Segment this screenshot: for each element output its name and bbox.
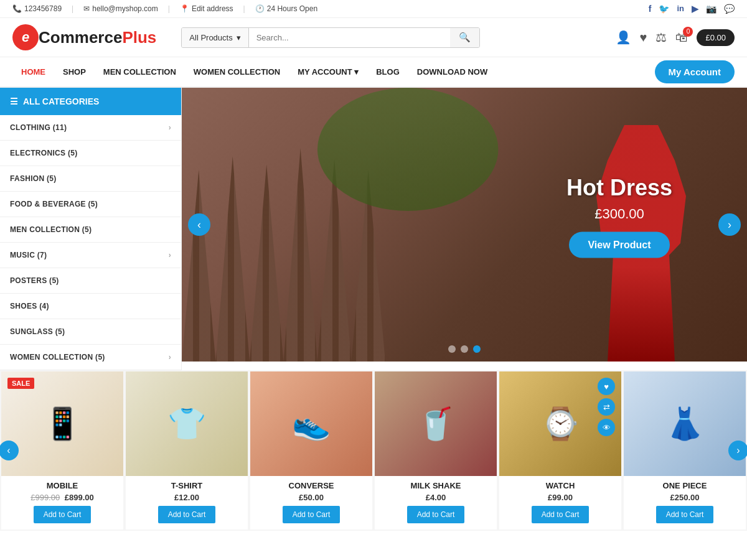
product-name-milkshake: MILK SHAKE bbox=[377, 481, 494, 490]
nav-my-account[interactable]: MY ACCOUNT ▾ bbox=[289, 57, 367, 86]
nav-home[interactable]: HOME bbox=[12, 57, 54, 86]
new-price-mobile: £899.00 bbox=[65, 493, 94, 502]
product-image-onepiece: 👗 bbox=[624, 371, 746, 476]
sidebar-title: ALL CATEGORIES bbox=[23, 96, 99, 106]
price-onepiece: £250.00 bbox=[670, 493, 700, 502]
phone-number: 123456789 bbox=[24, 4, 62, 13]
main-content: ☰ ALL CATEGORIES CLOTHING (11) › ELECTRO… bbox=[0, 88, 747, 370]
sidebar-category-women[interactable]: WOMEN COLLECTION (5) › bbox=[0, 345, 181, 370]
sidebar-category-clothing[interactable]: CLOTHING (11) › bbox=[0, 115, 181, 141]
category-label: All Products bbox=[189, 33, 232, 42]
category-men-label: MEN COLLECTION (5) bbox=[10, 225, 92, 234]
logo-icon: e bbox=[12, 24, 39, 50]
address-info[interactable]: 📍 Edit address bbox=[180, 4, 233, 13]
hero-dot-3[interactable] bbox=[473, 345, 481, 353]
category-food-label: FOOD & BEVERAGE (5) bbox=[10, 200, 98, 208]
cart-total-label: £0.00 bbox=[705, 33, 726, 42]
product-card-tshirt: 👕 T-SHIRT £12.00 Add to Cart bbox=[126, 371, 248, 530]
add-to-cart-converse[interactable]: Add to Cart bbox=[283, 506, 341, 523]
nav-download-now[interactable]: DOWNLOAD NOW bbox=[408, 57, 496, 86]
whatsapp-link[interactable]: 💬 bbox=[724, 4, 735, 14]
sidebar-category-electronics[interactable]: ELECTRONICS (5) bbox=[0, 141, 181, 166]
email-address: hello@myshop.com bbox=[92, 4, 158, 13]
site-logo[interactable]: e Commerce Plus bbox=[12, 24, 156, 50]
product-image-milkshake: 🥤 bbox=[375, 371, 497, 476]
twitter-link[interactable]: 🐦 bbox=[659, 4, 669, 14]
compare-icon[interactable]: ⚖ bbox=[655, 30, 667, 45]
sidebar-category-music[interactable]: MUSIC (7) › bbox=[0, 243, 181, 268]
hero-next-button[interactable]: › bbox=[718, 213, 741, 236]
my-account-button[interactable]: My Account bbox=[655, 60, 735, 83]
old-price-mobile: £999.00 bbox=[31, 493, 60, 502]
add-to-cart-watch[interactable]: Add to Cart bbox=[532, 506, 590, 523]
header-icons: 👤 ♥ ⚖ 🛍 0 £0.00 bbox=[616, 29, 735, 46]
add-to-cart-onepiece[interactable]: Add to Cart bbox=[656, 506, 714, 523]
nav-shop[interactable]: SHOP bbox=[54, 57, 95, 86]
search-bar: All Products ▾ 🔍 bbox=[181, 27, 480, 48]
sidebar-category-sunglass[interactable]: SUNGLASS (5) bbox=[0, 319, 181, 345]
compare-btn-watch[interactable]: ⇄ bbox=[598, 398, 615, 416]
product-name-tshirt: T-SHIRT bbox=[128, 481, 245, 490]
nav-women-collection[interactable]: WOMEN COLLECTION bbox=[185, 57, 289, 86]
view-btn-watch[interactable]: 👁 bbox=[598, 419, 615, 436]
wishlist-icon[interactable]: ♥ bbox=[640, 30, 647, 45]
search-category-dropdown[interactable]: All Products ▾ bbox=[182, 28, 248, 47]
hours-info: 🕐 24 Hours Open bbox=[255, 4, 317, 13]
phone-icon: 📞 bbox=[12, 4, 22, 13]
hero-prev-button[interactable]: ‹ bbox=[188, 213, 210, 236]
category-electronics-label: ELECTRONICS (5) bbox=[10, 149, 78, 157]
phone-info: 📞 123456789 bbox=[12, 4, 62, 13]
account-icon[interactable]: 👤 bbox=[616, 30, 631, 45]
nav-men-collection[interactable]: MEN COLLECTION bbox=[95, 57, 185, 86]
product-image-mobile: 📱 SALE bbox=[1, 371, 123, 476]
linkedin-link[interactable]: in bbox=[677, 4, 684, 14]
hero-dot-2[interactable] bbox=[461, 345, 468, 353]
product-card-watch: ⌚ ♥ ⇄ 👁 WATCH £99.00 Add to Cart bbox=[499, 371, 621, 530]
add-to-cart-milkshake[interactable]: Add to Cart bbox=[407, 506, 465, 523]
watch-actions: ♥ ⇄ 👁 bbox=[598, 378, 615, 436]
product-card-onepiece: 👗 ONE PIECE £250.00 Add to Cart bbox=[624, 371, 746, 530]
top-bar: 📞 123456789 | ✉ hello@myshop.com | 📍 Edi… bbox=[0, 0, 747, 18]
products-row: ‹ 📱 SALE MOBILE £999.00 £899.00 Add to C… bbox=[0, 370, 747, 531]
chevron-icon: › bbox=[169, 123, 171, 132]
search-input[interactable] bbox=[249, 28, 451, 47]
hero-title: Hot Dress bbox=[566, 175, 672, 201]
sidebar-category-fashion[interactable]: FASHION (5) bbox=[0, 166, 181, 192]
sidebar-category-men[interactable]: MEN COLLECTION (5) bbox=[0, 217, 181, 243]
converse-icon: 👟 bbox=[292, 406, 331, 442]
email-icon: ✉ bbox=[83, 4, 90, 13]
product-price-watch: £99.00 bbox=[499, 493, 621, 502]
category-fashion-label: FASHION (5) bbox=[10, 174, 57, 183]
cart-icon-wrapper[interactable]: 🛍 0 bbox=[675, 30, 688, 45]
top-bar-left: 📞 123456789 | ✉ hello@myshop.com | 📍 Edi… bbox=[12, 4, 317, 13]
add-to-cart-mobile[interactable]: Add to Cart bbox=[34, 506, 92, 523]
product-image-tshirt: 👕 bbox=[126, 371, 248, 476]
instagram-link[interactable]: 📷 bbox=[706, 4, 716, 14]
products-next-button[interactable]: › bbox=[728, 441, 747, 460]
hero-view-product-button[interactable]: View Product bbox=[569, 232, 669, 258]
price-converse: £50.00 bbox=[299, 493, 324, 502]
chevron-icon: › bbox=[169, 353, 171, 362]
youtube-link[interactable]: ▶ bbox=[692, 4, 698, 14]
sidebar-category-food[interactable]: FOOD & BEVERAGE (5) bbox=[0, 192, 181, 217]
chevron-icon: › bbox=[169, 251, 171, 259]
nav-blog[interactable]: BLOG bbox=[367, 57, 408, 86]
facebook-link[interactable]: f bbox=[649, 4, 652, 14]
product-price-milkshake: £4.00 bbox=[375, 493, 497, 502]
sidebar-category-posters[interactable]: POSTERS (5) bbox=[0, 268, 181, 294]
sidebar: ☰ ALL CATEGORIES CLOTHING (11) › ELECTRO… bbox=[0, 88, 182, 370]
hero-price: £300.00 bbox=[566, 206, 672, 222]
hero-dot-1[interactable] bbox=[448, 345, 456, 353]
sidebar-category-shoes[interactable]: SHOES (4) bbox=[0, 294, 181, 319]
watch-icon: ⌚ bbox=[541, 406, 580, 442]
wishlist-btn-watch[interactable]: ♥ bbox=[598, 378, 615, 395]
search-button[interactable]: 🔍 bbox=[450, 28, 479, 47]
logo-plus: Plus bbox=[122, 28, 156, 47]
product-price-converse: £50.00 bbox=[250, 493, 372, 502]
sidebar-header: ☰ ALL CATEGORIES bbox=[0, 88, 181, 115]
cart-total-button[interactable]: £0.00 bbox=[697, 29, 735, 46]
product-price-onepiece: £250.00 bbox=[624, 493, 746, 502]
product-name-watch: WATCH bbox=[502, 481, 619, 490]
onepiece-icon: 👗 bbox=[665, 406, 704, 442]
add-to-cart-tshirt[interactable]: Add to Cart bbox=[158, 506, 216, 523]
